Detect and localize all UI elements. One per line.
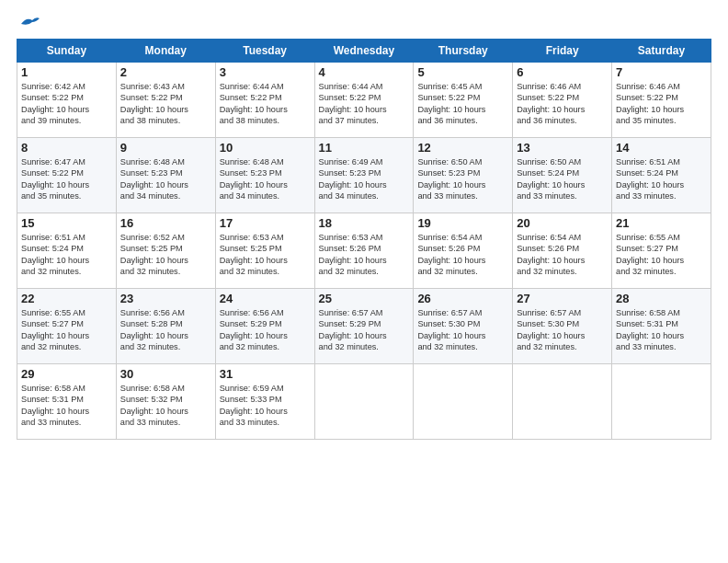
calendar-cell: 4Sunrise: 6:44 AM Sunset: 5:22 PM Daylig… (314, 63, 414, 138)
day-number: 16 (120, 216, 211, 230)
day-number: 31 (220, 367, 311, 381)
calendar-cell: 19Sunrise: 6:54 AM Sunset: 5:26 PM Dayli… (414, 213, 513, 289)
day-number: 3 (220, 65, 311, 79)
day-number: 25 (319, 292, 410, 305)
calendar-cell: 23Sunrise: 6:56 AM Sunset: 5:28 PM Dayli… (116, 289, 215, 364)
calendar-cell: 21Sunrise: 6:55 AM Sunset: 5:27 PM Dayli… (612, 213, 711, 289)
calendar-cell: 13Sunrise: 6:50 AM Sunset: 5:24 PM Dayli… (513, 138, 612, 213)
day-info: Sunrise: 6:53 AM Sunset: 5:26 PM Dayligh… (319, 232, 410, 278)
day-info: Sunrise: 6:46 AM Sunset: 5:22 PM Dayligh… (616, 81, 707, 127)
day-number: 15 (21, 216, 112, 230)
day-info: Sunrise: 6:48 AM Sunset: 5:23 PM Dayligh… (120, 156, 211, 202)
day-info: Sunrise: 6:46 AM Sunset: 5:22 PM Dayligh… (517, 81, 608, 127)
calendar-cell: 28Sunrise: 6:58 AM Sunset: 5:31 PM Dayli… (612, 289, 711, 364)
day-number: 5 (417, 65, 508, 79)
day-number: 20 (517, 216, 608, 230)
calendar-cell: 30Sunrise: 6:58 AM Sunset: 5:32 PM Dayli… (116, 364, 215, 440)
calendar-cell: 12Sunrise: 6:50 AM Sunset: 5:23 PM Dayli… (414, 138, 513, 213)
calendar-cell: 3Sunrise: 6:44 AM Sunset: 5:22 PM Daylig… (215, 63, 314, 138)
day-info: Sunrise: 6:57 AM Sunset: 5:29 PM Dayligh… (319, 307, 410, 353)
calendar-cell (414, 364, 513, 440)
day-info: Sunrise: 6:44 AM Sunset: 5:22 PM Dayligh… (220, 81, 311, 127)
page: SundayMondayTuesdayWednesdayThursdayFrid… (0, 0, 728, 449)
week-row-3: 15Sunrise: 6:51 AM Sunset: 5:24 PM Dayli… (17, 213, 711, 289)
week-row-1: 1Sunrise: 6:42 AM Sunset: 5:22 PM Daylig… (17, 63, 711, 138)
day-info: Sunrise: 6:55 AM Sunset: 5:27 PM Dayligh… (616, 232, 707, 278)
day-number: 29 (21, 367, 112, 381)
day-info: Sunrise: 6:45 AM Sunset: 5:22 PM Dayligh… (417, 81, 508, 127)
day-number: 30 (120, 367, 211, 381)
calendar-cell: 22Sunrise: 6:55 AM Sunset: 5:27 PM Dayli… (17, 289, 117, 364)
weekday-header-row: SundayMondayTuesdayWednesdayThursdayFrid… (17, 40, 711, 63)
calendar-cell: 2Sunrise: 6:43 AM Sunset: 5:22 PM Daylig… (116, 63, 215, 138)
day-info: Sunrise: 6:57 AM Sunset: 5:30 PM Dayligh… (417, 307, 508, 353)
day-info: Sunrise: 6:56 AM Sunset: 5:28 PM Dayligh… (120, 307, 211, 353)
day-number: 23 (120, 292, 211, 305)
logo-bird-icon (19, 15, 40, 31)
calendar-cell: 8Sunrise: 6:47 AM Sunset: 5:22 PM Daylig… (17, 138, 117, 213)
day-number: 7 (616, 65, 707, 79)
calendar-cell: 15Sunrise: 6:51 AM Sunset: 5:24 PM Dayli… (17, 213, 117, 289)
day-info: Sunrise: 6:47 AM Sunset: 5:22 PM Dayligh… (21, 156, 112, 202)
weekday-header-monday: Monday (116, 40, 215, 63)
day-info: Sunrise: 6:54 AM Sunset: 5:26 PM Dayligh… (417, 232, 508, 278)
day-number: 17 (220, 216, 311, 230)
calendar-cell: 6Sunrise: 6:46 AM Sunset: 5:22 PM Daylig… (513, 63, 612, 138)
day-info: Sunrise: 6:54 AM Sunset: 5:26 PM Dayligh… (517, 232, 608, 278)
day-info: Sunrise: 6:50 AM Sunset: 5:23 PM Dayligh… (417, 156, 508, 202)
weekday-header-wednesday: Wednesday (314, 40, 414, 63)
calendar-cell: 25Sunrise: 6:57 AM Sunset: 5:29 PM Dayli… (314, 289, 414, 364)
calendar-cell: 24Sunrise: 6:56 AM Sunset: 5:29 PM Dayli… (215, 289, 314, 364)
calendar-cell: 5Sunrise: 6:45 AM Sunset: 5:22 PM Daylig… (414, 63, 513, 138)
day-number: 21 (616, 216, 707, 230)
day-info: Sunrise: 6:48 AM Sunset: 5:23 PM Dayligh… (220, 156, 311, 202)
day-info: Sunrise: 6:49 AM Sunset: 5:23 PM Dayligh… (319, 156, 410, 202)
calendar-cell: 18Sunrise: 6:53 AM Sunset: 5:26 PM Dayli… (314, 213, 414, 289)
day-number: 4 (319, 65, 410, 79)
day-info: Sunrise: 6:50 AM Sunset: 5:24 PM Dayligh… (517, 156, 608, 202)
day-number: 12 (417, 141, 508, 155)
day-info: Sunrise: 6:43 AM Sunset: 5:22 PM Dayligh… (120, 81, 211, 127)
day-info: Sunrise: 6:53 AM Sunset: 5:25 PM Dayligh… (220, 232, 311, 278)
header (17, 17, 711, 31)
day-number: 28 (616, 292, 707, 305)
day-number: 27 (517, 292, 608, 305)
day-number: 2 (120, 65, 211, 79)
calendar-cell: 10Sunrise: 6:48 AM Sunset: 5:23 PM Dayli… (215, 138, 314, 213)
weekday-header-friday: Friday (513, 40, 612, 63)
calendar-cell: 17Sunrise: 6:53 AM Sunset: 5:25 PM Dayli… (215, 213, 314, 289)
calendar-cell (612, 364, 711, 440)
weekday-header-tuesday: Tuesday (215, 40, 314, 63)
calendar-cell: 27Sunrise: 6:57 AM Sunset: 5:30 PM Dayli… (513, 289, 612, 364)
day-number: 24 (220, 292, 311, 305)
day-number: 26 (417, 292, 508, 305)
calendar-cell: 16Sunrise: 6:52 AM Sunset: 5:25 PM Dayli… (116, 213, 215, 289)
weekday-header-saturday: Saturday (612, 40, 711, 63)
day-info: Sunrise: 6:51 AM Sunset: 5:24 PM Dayligh… (616, 156, 707, 202)
calendar: SundayMondayTuesdayWednesdayThursdayFrid… (17, 39, 711, 440)
day-info: Sunrise: 6:59 AM Sunset: 5:33 PM Dayligh… (220, 383, 311, 429)
logo (17, 17, 40, 31)
day-info: Sunrise: 6:51 AM Sunset: 5:24 PM Dayligh… (21, 232, 112, 278)
calendar-cell: 1Sunrise: 6:42 AM Sunset: 5:22 PM Daylig… (17, 63, 117, 138)
day-number: 18 (319, 216, 410, 230)
day-number: 6 (517, 65, 608, 79)
week-row-4: 22Sunrise: 6:55 AM Sunset: 5:27 PM Dayli… (17, 289, 711, 364)
calendar-cell: 11Sunrise: 6:49 AM Sunset: 5:23 PM Dayli… (314, 138, 414, 213)
week-row-2: 8Sunrise: 6:47 AM Sunset: 5:22 PM Daylig… (17, 138, 711, 213)
calendar-cell (513, 364, 612, 440)
day-number: 8 (21, 141, 112, 155)
calendar-cell (314, 364, 414, 440)
calendar-cell: 7Sunrise: 6:46 AM Sunset: 5:22 PM Daylig… (612, 63, 711, 138)
calendar-cell: 20Sunrise: 6:54 AM Sunset: 5:26 PM Dayli… (513, 213, 612, 289)
day-number: 10 (220, 141, 311, 155)
day-info: Sunrise: 6:58 AM Sunset: 5:32 PM Dayligh… (120, 383, 211, 429)
weekday-header-thursday: Thursday (414, 40, 513, 63)
day-info: Sunrise: 6:44 AM Sunset: 5:22 PM Dayligh… (319, 81, 410, 127)
day-number: 14 (616, 141, 707, 155)
calendar-cell: 9Sunrise: 6:48 AM Sunset: 5:23 PM Daylig… (116, 138, 215, 213)
day-number: 1 (21, 65, 112, 79)
day-info: Sunrise: 6:42 AM Sunset: 5:22 PM Dayligh… (21, 81, 112, 127)
calendar-cell: 29Sunrise: 6:58 AM Sunset: 5:31 PM Dayli… (17, 364, 117, 440)
week-row-5: 29Sunrise: 6:58 AM Sunset: 5:31 PM Dayli… (17, 364, 711, 440)
